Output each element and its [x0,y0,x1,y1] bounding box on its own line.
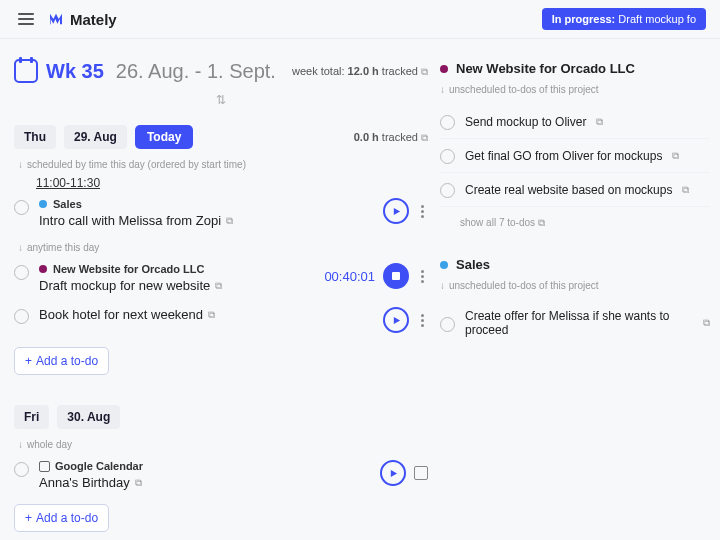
day-header-thu: Thu 29. Aug Today 0.0 h tracked ⧉ [14,125,428,149]
todo-body[interactable]: Book hotel for next weekend ⧉ [39,307,373,322]
kebab-icon[interactable] [417,201,428,222]
todo-actions [380,460,428,486]
progress-status: In progress: [552,13,616,25]
todo-checkbox[interactable] [440,115,455,130]
todo-body[interactable]: Sales Intro call with Melissa from Zopi … [39,198,373,228]
add-todo-button[interactable]: + Add a to-do [14,347,109,375]
external-icon[interactable]: ⧉ [596,116,603,128]
logo-icon [48,11,64,27]
external-icon[interactable]: ⧉ [682,184,689,196]
todo-row: Google Calendar Anna's Birthday ⧉ [14,456,428,494]
external-icon[interactable]: ⧉ [226,215,233,227]
sidebar-project[interactable]: New Website for Orcado LLC [440,61,710,76]
todo-actions [383,307,428,333]
calendar-icon[interactable] [14,59,38,83]
section-hint-anytime: anytime this day [18,242,428,253]
todo-checkbox[interactable] [14,200,29,215]
week-label: Wk 35 [46,60,104,83]
play-button[interactable] [380,460,406,486]
external-icon[interactable]: ⧉ [208,309,215,321]
todo-checkbox[interactable] [440,183,455,198]
sort-handle-icon[interactable]: ⇅ [14,93,428,107]
external-icon[interactable]: ⧉ [135,477,142,489]
section-hint-wholeday: whole day [18,439,428,450]
external-icon: ⧉ [538,217,545,228]
todo-checkbox[interactable] [440,317,455,332]
todo-actions [383,198,428,224]
schedule-icon[interactable] [414,466,428,480]
todo-title: Anna's Birthday ⧉ [39,475,370,490]
play-button[interactable] [383,307,409,333]
schedule-column: Wk 35 26. Aug. - 1. Sept. week total: 12… [14,59,440,532]
stop-button[interactable] [383,263,409,289]
todo-checkbox[interactable] [14,265,29,280]
main-content: Wk 35 26. Aug. - 1. Sept. week total: 12… [0,39,720,532]
project-dot-icon [39,200,47,208]
todo-row: Book hotel for next weekend ⧉ [14,303,428,337]
todo-actions: 00:40:01 [324,263,428,289]
kebab-icon[interactable] [417,310,428,331]
app-name: Mately [70,11,117,28]
todo-body[interactable]: Google Calendar Anna's Birthday ⧉ [39,460,370,490]
project-dot-icon [440,261,448,269]
sidebar-column: New Website for Orcado LLC unscheduled t… [440,59,720,532]
sidebar-todo[interactable]: Create real website based on mockups ⧉ [440,173,710,207]
calendar-mini-icon [39,461,50,472]
sidebar-hint: unscheduled to-dos of this project [440,280,710,291]
week-range: 26. Aug. - 1. Sept. [116,60,276,83]
external-icon[interactable]: ⧉ [215,280,222,292]
todo-title: Book hotel for next weekend ⧉ [39,307,373,322]
sidebar-hint: unscheduled to-dos of this project [440,84,710,95]
external-icon[interactable]: ⧉ [421,66,428,77]
todo-title: Intro call with Melissa from Zopi ⧉ [39,213,373,228]
external-icon[interactable]: ⧉ [703,317,710,329]
kebab-icon[interactable] [417,266,428,287]
sidebar-todo[interactable]: Get final GO from Oliver for mockups ⧉ [440,139,710,173]
todo-project: Sales [39,198,373,210]
todo-body[interactable]: New Website for Orcado LLC Draft mockup … [39,263,314,293]
sidebar-todo[interactable]: Create offer for Melissa if she wants to… [440,301,710,345]
week-header: Wk 35 26. Aug. - 1. Sept. week total: 12… [14,59,428,83]
time-range[interactable]: 11:00-11:30 [36,176,428,190]
project-dot-icon [440,65,448,73]
day-of-week: Fri [14,405,49,429]
topbar-left: Mately [14,9,117,29]
day-date: 29. Aug [64,125,127,149]
day-date: 30. Aug [57,405,120,429]
topbar: Mately In progress: Draft mockup fo [0,0,720,39]
todo-checkbox[interactable] [440,149,455,164]
progress-task: Draft mockup fo [618,13,696,25]
project-dot-icon [39,265,47,273]
app-logo[interactable]: Mately [48,11,117,28]
show-all-link[interactable]: show all 7 to-dos ⧉ [460,217,710,229]
external-icon[interactable]: ⧉ [672,150,679,162]
section-hint-scheduled: scheduled by time this day (ordered by s… [18,159,428,170]
day-header-fri: Fri 30. Aug [14,405,428,429]
today-badge: Today [135,125,193,149]
todo-project: New Website for Orcado LLC [39,263,314,275]
week-total: week total: 12.0 h tracked ⧉ [292,65,428,78]
add-todo-button[interactable]: + Add a to-do [14,504,109,532]
progress-pill[interactable]: In progress: Draft mockup fo [542,8,706,30]
todo-title: Draft mockup for new website ⧉ [39,278,314,293]
menu-icon[interactable] [14,9,38,29]
todo-row: New Website for Orcado LLC Draft mockup … [14,259,428,297]
todo-checkbox[interactable] [14,462,29,477]
calendar-source: Google Calendar [39,460,370,472]
sidebar-project[interactable]: Sales [440,257,710,272]
day-tracked: 0.0 h tracked ⧉ [354,131,428,144]
play-button[interactable] [383,198,409,224]
timer-value: 00:40:01 [324,269,375,284]
todo-checkbox[interactable] [14,309,29,324]
sidebar-todo[interactable]: Send mockup to Oliver ⧉ [440,105,710,139]
external-icon[interactable]: ⧉ [421,132,428,143]
day-of-week: Thu [14,125,56,149]
todo-row: Sales Intro call with Melissa from Zopi … [14,194,428,232]
